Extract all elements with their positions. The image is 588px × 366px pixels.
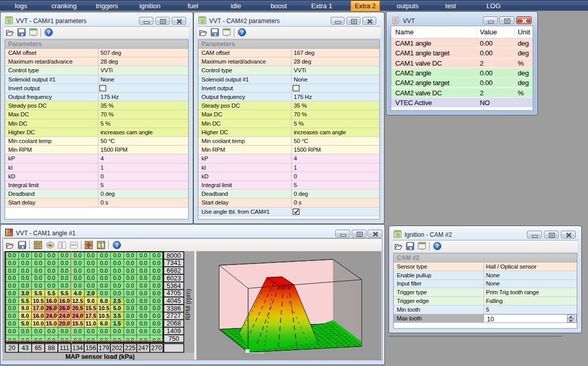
svg-text:0.0: 0.0 [60, 275, 68, 281]
svg-text:0.0: 0.0 [139, 328, 147, 334]
svg-text:0.0: 0.0 [153, 328, 160, 334]
svg-text:0.0: 0.0 [8, 305, 16, 311]
svg-text:0.0: 0.0 [87, 252, 94, 258]
svg-text:0.0: 0.0 [48, 252, 55, 258]
svg-text:0.0: 0.0 [34, 268, 42, 274]
svg-text:0.0: 0.0 [153, 282, 160, 289]
svg-text:0.0: 0.0 [74, 275, 82, 281]
svg-text:24.0: 24.0 [46, 313, 56, 319]
svg-text:0.0: 0.0 [8, 260, 16, 266]
svg-text:26.0: 26.0 [59, 305, 70, 311]
svg-text:20.5: 20.5 [72, 305, 83, 311]
svg-text:0.0: 0.0 [126, 320, 134, 327]
svg-text:17.5: 17.5 [85, 313, 96, 319]
svg-text:0.0: 0.0 [139, 268, 147, 274]
svg-text:0.0: 0.0 [60, 328, 68, 334]
svg-text:3.5: 3.5 [113, 313, 121, 319]
svg-text:1.5: 1.5 [113, 320, 121, 327]
svg-text:0.0: 0.0 [113, 260, 121, 266]
svg-text:15.0: 15.0 [46, 320, 56, 327]
svg-text:111: 111 [59, 344, 69, 352]
svg-text:43: 43 [22, 344, 29, 352]
svg-text:0.0: 0.0 [153, 313, 160, 319]
svg-text:0.0: 0.0 [48, 275, 55, 281]
svg-text:0.0: 0.0 [74, 282, 82, 289]
svg-text:0.0: 0.0 [153, 260, 160, 266]
svg-text:0.0: 0.0 [48, 268, 55, 274]
svg-text:0.0: 0.0 [126, 275, 134, 281]
svg-text:0.0: 0.0 [48, 260, 55, 266]
svg-text:5.5: 5.5 [34, 290, 42, 296]
svg-text:2.5: 2.5 [113, 298, 121, 304]
svg-text:0.0: 0.0 [139, 275, 147, 281]
svg-text:0.0: 0.0 [153, 268, 160, 274]
svg-text:0.0: 0.0 [139, 305, 147, 311]
svg-text:0.0: 0.0 [74, 260, 82, 266]
svg-text:0.0: 0.0 [126, 290, 134, 296]
svg-text:0.0: 0.0 [113, 328, 121, 334]
svg-text:0.0: 0.0 [8, 328, 16, 334]
svg-text:270: 270 [151, 344, 162, 352]
svg-text:0.0: 0.0 [113, 275, 121, 281]
svg-text:10.5: 10.5 [98, 313, 109, 319]
svg-text:0.0: 0.0 [126, 252, 134, 258]
svg-text:10.0: 10.0 [33, 320, 44, 327]
svg-text:0.0: 0.0 [153, 305, 160, 311]
svg-text:0.0: 0.0 [74, 268, 82, 274]
svg-text:0.0: 0.0 [113, 282, 121, 289]
svg-text:0.0: 0.0 [126, 298, 134, 304]
svg-text:?: ? [240, 29, 244, 35]
svg-text:0.0: 0.0 [8, 320, 16, 327]
svg-text:8.0: 8.0 [21, 313, 29, 319]
svg-text:4045: 4045 [167, 297, 181, 304]
svg-text:24.0: 24.0 [72, 313, 83, 319]
svg-text:20: 20 [8, 344, 15, 352]
svg-text:0.0: 0.0 [60, 282, 68, 289]
svg-text:0.0: 0.0 [139, 320, 147, 327]
svg-text:0.0: 0.0 [60, 268, 68, 274]
svg-text:247: 247 [138, 344, 149, 352]
svg-text:9.0: 9.0 [21, 305, 29, 311]
svg-text:0.0: 0.0 [21, 282, 29, 289]
svg-text:0.0: 0.0 [153, 320, 160, 327]
svg-text:0.0: 0.0 [87, 260, 94, 266]
svg-text:8000: 8000 [167, 252, 181, 259]
svg-text:0.0: 0.0 [100, 260, 108, 266]
svg-text:0.0: 0.0 [100, 282, 108, 289]
svg-text:0.0: 0.0 [100, 268, 108, 274]
svg-text:0.0: 0.0 [87, 275, 94, 281]
svg-text:0.0: 0.0 [139, 282, 147, 289]
svg-text:26.0: 26.0 [46, 305, 56, 311]
svg-text:0.0: 0.0 [34, 275, 42, 281]
svg-text:0.0: 0.0 [34, 328, 42, 334]
svg-text:0.0: 0.0 [60, 252, 68, 258]
svg-text:0.0: 0.0 [100, 275, 108, 281]
svg-text:156: 156 [86, 344, 96, 352]
svg-text:4705: 4705 [167, 290, 181, 297]
svg-text:0.0: 0.0 [21, 328, 29, 334]
svg-text:0.0: 0.0 [139, 313, 147, 319]
svg-text:0.0: 0.0 [34, 282, 42, 289]
svg-text:0.0: 0.0 [153, 290, 160, 296]
svg-text:0.0: 0.0 [153, 252, 160, 258]
svg-text:0.0: 0.0 [126, 305, 134, 311]
svg-text:0.0: 0.0 [21, 260, 29, 266]
svg-text:0.0: 0.0 [8, 282, 16, 289]
svg-text:750: 750 [169, 335, 179, 342]
svg-text:?: ? [115, 242, 118, 248]
svg-text:6682: 6682 [167, 267, 181, 274]
svg-text:225: 225 [125, 344, 135, 352]
svg-text:0.0: 0.0 [8, 313, 16, 319]
svg-text:5364: 5364 [167, 282, 181, 290]
svg-text:0.0: 0.0 [100, 328, 108, 334]
svg-text:134: 134 [72, 344, 83, 352]
svg-text:5.0: 5.0 [113, 305, 121, 311]
svg-text:15.5: 15.5 [85, 305, 96, 311]
svg-text:2068: 2068 [167, 320, 181, 327]
svg-text:12.5: 12.5 [72, 298, 83, 304]
svg-text:3386: 3386 [167, 305, 181, 312]
svg-text:0.0: 0.0 [21, 275, 29, 281]
svg-text:0.0: 0.0 [21, 268, 29, 274]
svg-text:17.0: 17.0 [33, 305, 44, 311]
svg-text:0.0: 0.0 [87, 328, 94, 334]
